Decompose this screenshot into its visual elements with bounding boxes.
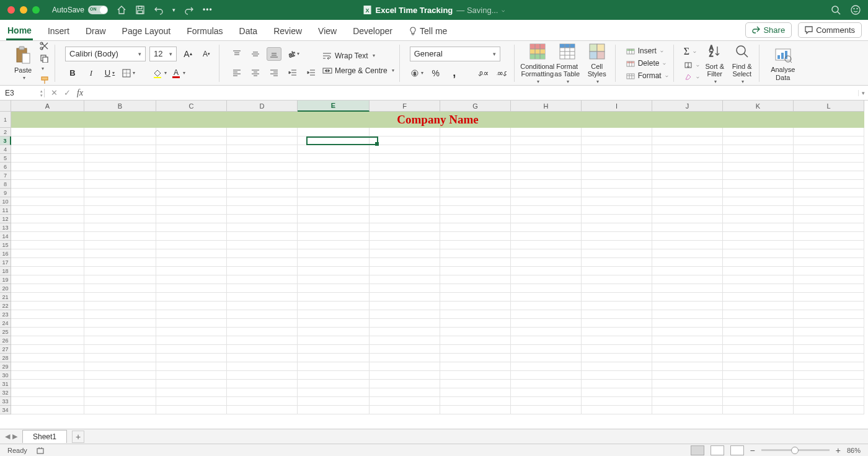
cell[interactable] — [11, 258, 84, 267]
decrease-decimal-icon[interactable]: .00.0 — [494, 66, 509, 80]
wrap-text-button[interactable]: Wrap Text — [322, 51, 394, 60]
cell[interactable] — [156, 232, 227, 241]
cell[interactable] — [156, 145, 227, 154]
cell[interactable] — [582, 180, 652, 189]
cell[interactable] — [298, 406, 370, 414]
cell[interactable] — [227, 310, 298, 319]
row-header[interactable]: 19 — [0, 275, 11, 284]
cell[interactable] — [298, 249, 370, 258]
delete-cells-button[interactable]: Delete⌵ — [626, 58, 668, 69]
cell[interactable] — [298, 171, 370, 180]
cell[interactable] — [11, 241, 84, 249]
cell[interactable] — [723, 267, 794, 275]
cell[interactable] — [370, 232, 440, 241]
cell[interactable] — [440, 310, 511, 319]
cell[interactable] — [156, 171, 227, 180]
row-header[interactable]: 4 — [0, 145, 11, 154]
cell[interactable] — [370, 336, 440, 345]
sheet-tab[interactable]: Sheet1 — [22, 430, 67, 443]
cell[interactable] — [440, 180, 511, 189]
align-middle-icon[interactable] — [248, 47, 263, 61]
cell[interactable] — [723, 275, 794, 284]
cell[interactable] — [156, 206, 227, 215]
cell[interactable] — [723, 136, 794, 145]
cell[interactable] — [440, 241, 511, 249]
font-size-select[interactable]: 12▾ — [149, 47, 177, 61]
cell[interactable] — [511, 241, 582, 249]
column-header[interactable]: B — [84, 101, 156, 112]
select-all-corner[interactable] — [0, 101, 11, 112]
cell[interactable] — [652, 223, 723, 232]
row-header[interactable]: 24 — [0, 319, 11, 328]
column-header[interactable]: A — [11, 101, 84, 112]
row-header[interactable]: 3 — [0, 136, 11, 145]
cell[interactable] — [298, 136, 370, 145]
fill-color-button[interactable] — [152, 66, 167, 80]
cell[interactable] — [440, 388, 511, 397]
align-top-icon[interactable] — [229, 47, 244, 61]
cell[interactable] — [156, 258, 227, 267]
cell[interactable] — [511, 319, 582, 328]
cell[interactable] — [511, 406, 582, 414]
cell[interactable] — [298, 362, 370, 371]
cell[interactable] — [370, 215, 440, 223]
cell[interactable] — [11, 136, 84, 145]
cell[interactable] — [298, 380, 370, 388]
cell[interactable] — [11, 215, 84, 223]
cell[interactable] — [156, 249, 227, 258]
cell[interactable] — [227, 215, 298, 223]
row-header[interactable]: 13 — [0, 223, 11, 232]
cell[interactable] — [440, 284, 511, 293]
cell[interactable] — [11, 319, 84, 328]
cell[interactable] — [370, 136, 440, 145]
increase-font-icon[interactable]: A▴ — [180, 47, 195, 61]
cell[interactable] — [652, 163, 723, 171]
cell[interactable] — [440, 189, 511, 197]
cell[interactable] — [723, 397, 794, 406]
clear-button[interactable]: ⌵ — [684, 72, 699, 82]
cell[interactable] — [440, 380, 511, 388]
cell[interactable] — [582, 388, 652, 397]
cell[interactable] — [440, 293, 511, 302]
cell[interactable] — [723, 206, 794, 215]
cell[interactable] — [370, 302, 440, 310]
cell[interactable] — [723, 258, 794, 267]
cell[interactable] — [794, 380, 864, 388]
tell-me-tab[interactable]: Tell me — [407, 22, 448, 40]
cell[interactable] — [440, 171, 511, 180]
cell[interactable] — [440, 215, 511, 223]
cell[interactable] — [227, 380, 298, 388]
cell[interactable] — [11, 275, 84, 284]
cell[interactable] — [298, 336, 370, 345]
cell[interactable] — [298, 388, 370, 397]
row-header[interactable]: 31 — [0, 380, 11, 388]
cell[interactable] — [794, 206, 864, 215]
cell[interactable] — [84, 232, 156, 241]
cell[interactable] — [723, 163, 794, 171]
cell[interactable] — [794, 328, 864, 336]
cell[interactable] — [440, 197, 511, 206]
cell[interactable] — [156, 241, 227, 249]
cell[interactable] — [652, 258, 723, 267]
cell[interactable] — [298, 145, 370, 154]
cell[interactable] — [511, 232, 582, 241]
cell[interactable] — [156, 284, 227, 293]
cell[interactable] — [723, 145, 794, 154]
normal-view-icon[interactable] — [691, 445, 704, 455]
cell[interactable] — [723, 302, 794, 310]
cell[interactable] — [723, 371, 794, 380]
cell[interactable] — [11, 223, 84, 232]
cell[interactable] — [84, 128, 156, 136]
cell[interactable] — [582, 145, 652, 154]
cell[interactable] — [11, 189, 84, 197]
cell[interactable] — [370, 267, 440, 275]
fx-icon[interactable]: fx — [77, 88, 83, 98]
cell[interactable] — [723, 354, 794, 362]
cell[interactable] — [652, 197, 723, 206]
accounting-format-icon[interactable]: $ — [410, 66, 425, 80]
cell[interactable] — [11, 345, 84, 354]
orientation-button[interactable]: ab — [285, 47, 300, 61]
row-header[interactable]: 32 — [0, 388, 11, 397]
cell[interactable] — [11, 397, 84, 406]
cell[interactable] — [156, 345, 227, 354]
